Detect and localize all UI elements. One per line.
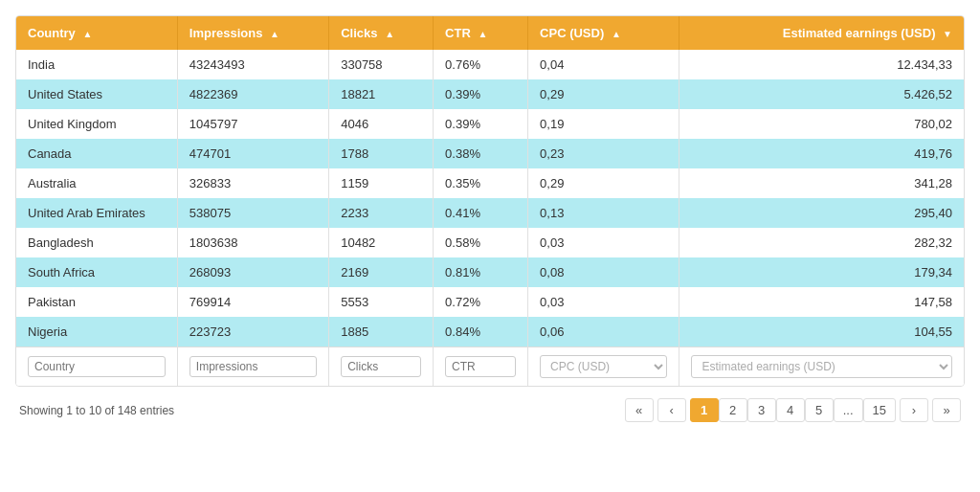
- cell-impressions: 223723: [177, 317, 328, 347]
- cell-clicks: 2233: [329, 198, 434, 228]
- cell-country: Australia: [16, 168, 177, 198]
- col-header-clicks-arrow: ▲: [385, 29, 394, 39]
- col-header-clicks-label: Clicks: [341, 26, 377, 40]
- cell-clicks: 10482: [329, 228, 434, 257]
- col-header-earnings[interactable]: Estimated earnings (USD) ▼: [679, 16, 964, 50]
- col-header-country-label: Country: [28, 26, 76, 40]
- page-buttons-container: 12345...15: [690, 398, 896, 422]
- table-row: Australia 326833 1159 0.35% 0,29 341,28: [16, 168, 964, 198]
- pagination-page-15[interactable]: 15: [863, 398, 896, 422]
- filter-cpc-select[interactable]: CPC (USD): [540, 355, 667, 378]
- filter-row: CPC (USD) Estimated earnings (USD): [16, 347, 964, 387]
- filter-cpc-cell: CPC (USD): [528, 347, 679, 387]
- table-body: India 43243493 330758 0.76% 0,04 12.434,…: [16, 50, 964, 347]
- cell-cpc: 0,06: [528, 317, 679, 347]
- pagination-first[interactable]: «: [625, 398, 654, 422]
- cell-country: United Arab Emirates: [16, 198, 177, 228]
- col-header-impressions-arrow: ▲: [270, 29, 279, 39]
- cell-earnings: 282,32: [679, 228, 964, 257]
- main-table-wrapper: Country ▲ Impressions ▲ Clicks ▲ CTR ▲ C…: [15, 15, 965, 387]
- data-table: Country ▲ Impressions ▲ Clicks ▲ CTR ▲ C…: [16, 16, 964, 386]
- cell-cpc: 0,04: [528, 50, 679, 79]
- pagination-last[interactable]: »: [932, 398, 961, 422]
- col-header-impressions-label: Impressions: [189, 26, 263, 40]
- filter-country-input[interactable]: [28, 356, 166, 377]
- col-header-ctr-label: CTR: [445, 26, 471, 40]
- cell-cpc: 0,29: [528, 168, 679, 198]
- cell-earnings: 5.426,52: [679, 79, 964, 109]
- cell-ctr: 0.39%: [434, 79, 528, 109]
- cell-clicks: 330758: [329, 50, 434, 79]
- filter-earnings-select[interactable]: Estimated earnings (USD): [691, 355, 952, 378]
- table-row: India 43243493 330758 0.76% 0,04 12.434,…: [16, 50, 964, 79]
- table-row: Bangladesh 1803638 10482 0.58% 0,03 282,…: [16, 228, 964, 257]
- cell-impressions: 43243493: [177, 50, 328, 79]
- col-header-cpc-arrow: ▲: [612, 29, 621, 39]
- cell-earnings: 419,76: [679, 139, 964, 168]
- cell-earnings: 179,34: [679, 257, 964, 287]
- cell-clicks: 2169: [329, 257, 434, 287]
- cell-country: South Africa: [16, 257, 177, 287]
- pagination-page-3[interactable]: 3: [747, 398, 776, 422]
- cell-impressions: 326833: [177, 168, 328, 198]
- cell-clicks: 1788: [329, 139, 434, 168]
- cell-impressions: 1803638: [177, 228, 328, 257]
- cell-cpc: 0,03: [528, 287, 679, 317]
- pagination-prev[interactable]: ‹: [657, 398, 686, 422]
- cell-cpc: 0,29: [528, 79, 679, 109]
- cell-clicks: 18821: [329, 79, 434, 109]
- col-header-impressions[interactable]: Impressions ▲: [177, 16, 328, 50]
- cell-ctr: 0.41%: [434, 198, 528, 228]
- cell-country: Bangladesh: [16, 228, 177, 257]
- col-header-earnings-arrow: ▼: [943, 29, 952, 39]
- filter-clicks-input[interactable]: [341, 356, 421, 377]
- pagination-page-1[interactable]: 1: [690, 398, 719, 422]
- header-row: Country ▲ Impressions ▲ Clicks ▲ CTR ▲ C…: [16, 16, 964, 50]
- table-row: South Africa 268093 2169 0.81% 0,08 179,…: [16, 257, 964, 287]
- table-row: United Arab Emirates 538075 2233 0.41% 0…: [16, 198, 964, 228]
- col-header-country[interactable]: Country ▲: [16, 16, 177, 50]
- pagination-page-4[interactable]: 4: [776, 398, 805, 422]
- filter-impressions-input[interactable]: [189, 356, 317, 377]
- table-row: Pakistan 769914 5553 0.72% 0,03 147,58: [16, 287, 964, 317]
- cell-ctr: 0.76%: [434, 50, 528, 79]
- cell-clicks: 5553: [329, 287, 434, 317]
- cell-earnings: 295,40: [679, 198, 964, 228]
- cell-country: Pakistan: [16, 287, 177, 317]
- col-header-country-arrow: ▲: [82, 29, 92, 39]
- cell-impressions: 268093: [177, 257, 328, 287]
- cell-impressions: 474701: [177, 139, 328, 168]
- cell-ctr: 0.39%: [434, 109, 528, 139]
- filter-earnings-cell: Estimated earnings (USD): [679, 347, 964, 387]
- cell-clicks: 4046: [329, 109, 434, 139]
- cell-clicks: 1885: [329, 317, 434, 347]
- cell-impressions: 769914: [177, 287, 328, 317]
- cell-impressions: 4822369: [177, 79, 328, 109]
- filter-clicks-cell: [329, 347, 434, 387]
- cell-earnings: 104,55: [679, 317, 964, 347]
- cell-cpc: 0,13: [528, 198, 679, 228]
- table-row: Canada 474701 1788 0.38% 0,23 419,76: [16, 139, 964, 168]
- pagination-page-5[interactable]: 5: [805, 398, 834, 422]
- cell-earnings: 12.434,33: [679, 50, 964, 79]
- pagination-next[interactable]: ›: [900, 398, 928, 422]
- cell-ctr: 0.58%: [434, 228, 528, 257]
- filter-ctr-cell: [434, 347, 528, 387]
- col-header-cpc[interactable]: CPC (USD) ▲: [528, 16, 679, 50]
- col-header-ctr-arrow: ▲: [478, 29, 487, 39]
- filter-impressions-cell: [177, 347, 328, 387]
- cell-ctr: 0.81%: [434, 257, 528, 287]
- cell-ctr: 0.72%: [434, 287, 528, 317]
- pagination-page-...[interactable]: ...: [834, 398, 863, 422]
- filter-ctr-input[interactable]: [445, 356, 516, 377]
- col-header-clicks[interactable]: Clicks ▲: [329, 16, 434, 50]
- cell-country: Nigeria: [16, 317, 177, 347]
- showing-text: Showing 1 to 10 of 148 entries: [19, 404, 174, 417]
- pagination-page-2[interactable]: 2: [719, 398, 747, 422]
- cell-country: United States: [16, 79, 177, 109]
- col-header-ctr[interactable]: CTR ▲: [434, 16, 528, 50]
- table-footer: Showing 1 to 10 of 148 entries « ‹ 12345…: [15, 387, 965, 426]
- cell-ctr: 0.35%: [434, 168, 528, 198]
- cell-earnings: 147,58: [679, 287, 964, 317]
- cell-cpc: 0,08: [528, 257, 679, 287]
